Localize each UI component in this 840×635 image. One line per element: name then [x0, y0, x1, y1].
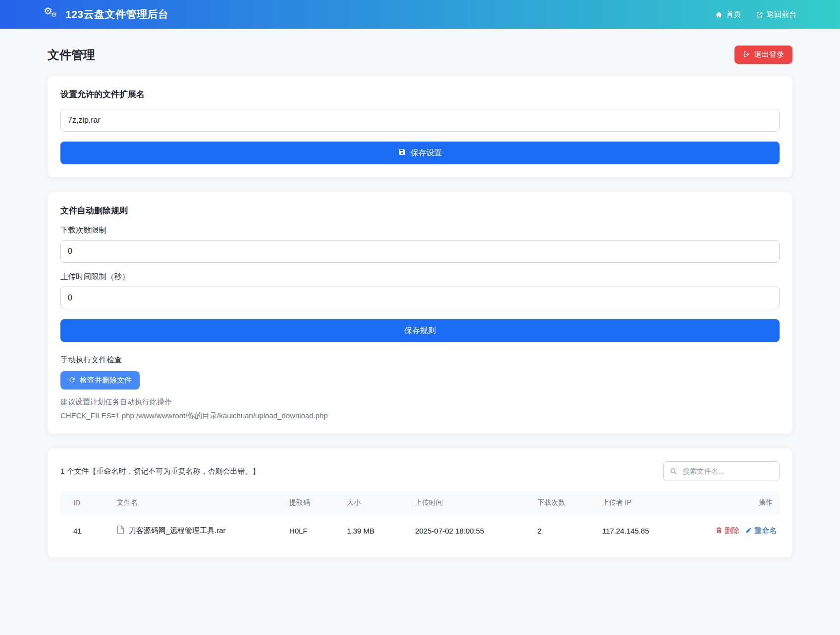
search-box [663, 461, 780, 481]
manual-check-label: 手动执行文件检查 [60, 355, 780, 365]
file-list-card: 1 个文件【重命名时，切记不可为重复名称，否则会出错。】 ID 文件名 提取码 … [48, 448, 792, 557]
nav-link-home-label: 首页 [726, 10, 741, 19]
pencil-icon [745, 527, 752, 535]
rename-label: 重命名 [754, 526, 777, 536]
table-row: 41 刀客源码网_远程管理工具.rar H0LF 1.39 MB 2025-07… [60, 515, 780, 544]
file-name-text: 刀客源码网_远程管理工具.rar [129, 526, 226, 536]
logout-label: 退出登录 [754, 50, 784, 59]
save-rules-label: 保存规则 [404, 326, 436, 336]
cell-filename: 刀客源码网_远程管理工具.rar [111, 515, 283, 544]
save-icon [398, 148, 406, 158]
page-title: 文件管理 [48, 47, 95, 63]
page-header: 文件管理 退出登录 [48, 46, 792, 64]
refresh-icon [68, 376, 76, 385]
logout-button[interactable]: 退出登录 [735, 46, 792, 64]
auto-delete-rules-card: 文件自动删除规则 下载次数限制 上传时间限制（秒） 保存规则 手动执行文件检查 … [48, 192, 792, 434]
file-icon [117, 526, 124, 536]
col-header-code: 提取码 [283, 491, 341, 515]
col-header-upload-time: 上传时间 [409, 491, 531, 515]
file-count-summary: 1 个文件【重命名时，切记不可为重复名称，否则会出错。】 [60, 467, 260, 476]
nav-link-back-front[interactable]: 返回前台 [756, 10, 796, 19]
cell-id: 41 [60, 515, 111, 544]
save-settings-button[interactable]: 保存设置 [60, 142, 780, 164]
auto-delete-rules-heading: 文件自动删除规则 [60, 205, 780, 216]
extension-settings-heading: 设置允许的文件扩展名 [60, 89, 780, 100]
cell-code: H0LF [283, 515, 341, 544]
col-header-uploader-ip: 上传者 IP [596, 491, 686, 515]
gears-icon: ⚙⚙ [44, 7, 59, 21]
home-icon [715, 11, 723, 18]
main-content: 文件管理 退出登录 设置允许的文件扩展名 保存设置 文件自动删除规则 下载次数限… [0, 29, 840, 635]
download-limit-input[interactable] [60, 240, 780, 263]
col-header-id: ID [60, 491, 111, 515]
rename-file-link[interactable]: 重命名 [745, 526, 777, 536]
table-header-row: ID 文件名 提取码 大小 上传时间 下载次数 上传者 IP 操作 [60, 491, 780, 515]
cell-actions: 删除 重命名 [686, 515, 780, 544]
extension-settings-card: 设置允许的文件扩展名 保存设置 [48, 76, 792, 177]
check-delete-files-button[interactable]: 检查并删除文件 [60, 371, 140, 390]
col-header-downloads: 下载次数 [531, 491, 596, 515]
app-brand: ⚙⚙ 123云盘文件管理后台 [44, 7, 169, 21]
nav-link-home[interactable]: 首页 [715, 10, 741, 19]
external-link-icon [756, 11, 763, 18]
app-title: 123云盘文件管理后台 [65, 7, 169, 21]
delete-label: 删除 [725, 526, 739, 536]
save-rules-button[interactable]: 保存规则 [60, 319, 780, 342]
delete-file-link[interactable]: 删除 [716, 526, 739, 536]
sign-out-icon [743, 50, 750, 59]
cron-hint-text: 建议设置计划任务自动执行此操作 [60, 397, 780, 407]
cell-downloads: 2 [531, 515, 596, 544]
download-limit-label: 下载次数限制 [60, 225, 780, 236]
cell-upload-time: 2025-07-02 18:00:55 [409, 515, 531, 544]
trash-icon [716, 527, 722, 535]
navbar-links: 首页 返回前台 [715, 10, 796, 19]
search-input[interactable] [663, 461, 780, 481]
col-header-filename: 文件名 [111, 491, 283, 515]
upload-time-limit-input[interactable] [60, 287, 780, 309]
nav-link-back-label: 返回前台 [767, 10, 796, 19]
cron-command-text: CHECK_FILES=1 php /www/wwwroot/你的目录/kaui… [60, 411, 780, 421]
files-toolbar: 1 个文件【重命名时，切记不可为重复名称，否则会出错。】 [60, 461, 780, 481]
save-settings-label: 保存设置 [411, 148, 442, 158]
top-navbar: ⚙⚙ 123云盘文件管理后台 首页 返回前台 [0, 0, 840, 29]
check-delete-files-label: 检查并删除文件 [80, 376, 132, 385]
col-header-size: 大小 [341, 491, 409, 515]
files-table: ID 文件名 提取码 大小 上传时间 下载次数 上传者 IP 操作 41 [60, 491, 780, 544]
cell-uploader-ip: 117.24.145.85 [596, 515, 686, 544]
allowed-extensions-input[interactable] [60, 109, 780, 132]
cell-size: 1.39 MB [341, 515, 409, 544]
col-header-actions: 操作 [686, 491, 780, 515]
upload-time-limit-label: 上传时间限制（秒） [60, 272, 780, 282]
